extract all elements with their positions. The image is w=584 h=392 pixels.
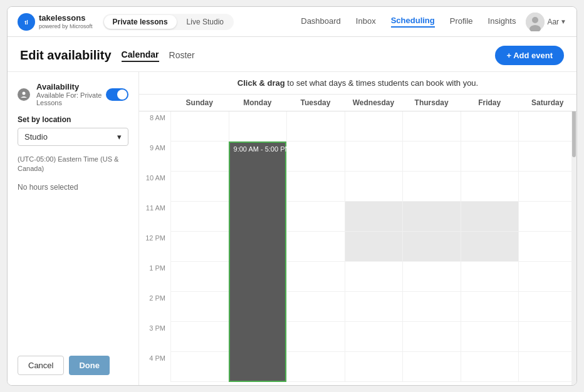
cell-sun-9am[interactable] [170, 142, 229, 172]
cell-wed-11am[interactable] [345, 202, 403, 232]
cell-tue-1pm[interactable] [286, 262, 345, 292]
nav-profile[interactable]: Profile [450, 16, 473, 27]
scrollbar-thumb[interactable] [572, 107, 576, 157]
logo-text-block: takelessons powered by Microsoft [39, 14, 93, 29]
user-name[interactable]: Aar [547, 18, 559, 26]
lesson-tabs: Private lessons Live Studio [103, 14, 234, 30]
chevron-down-icon: ▾ [117, 132, 122, 142]
cell-sun-8am[interactable] [170, 111, 229, 142]
time-header-cell [139, 95, 170, 111]
cell-fri-2pm[interactable] [461, 292, 519, 322]
cell-sun-2pm[interactable] [170, 292, 229, 322]
cell-sat-8am[interactable] [518, 111, 576, 142]
cell-thu-11am[interactable] [402, 202, 461, 232]
cell-thu-8am[interactable] [402, 111, 461, 142]
time-12pm: 12 PM [139, 232, 170, 262]
availability-label-block: Availability Available For: Private Less… [36, 82, 102, 106]
nav-scheduling[interactable]: Scheduling [391, 16, 435, 28]
cell-thu-3pm[interactable] [402, 322, 461, 352]
cell-tue-12pm[interactable] [286, 232, 345, 262]
nav-insights[interactable]: Insights [488, 16, 516, 27]
set-by-location-label: Set by location [18, 115, 128, 124]
cell-sun-10am[interactable] [170, 172, 229, 202]
cell-mon-9am[interactable]: 9:00 AM - 5:00 PM [229, 142, 287, 172]
cell-fri-4pm[interactable] [461, 352, 519, 382]
cell-tue-4pm[interactable] [286, 352, 345, 382]
svg-point-5 [23, 91, 26, 95]
scrollbar-track[interactable] [571, 95, 576, 385]
cell-thu-10am[interactable] [402, 172, 461, 202]
cell-mon-4pm[interactable] [229, 352, 287, 382]
cell-thu-2pm[interactable] [402, 292, 461, 322]
nav-inbox[interactable]: Inbox [356, 16, 376, 27]
cell-mon-11am[interactable] [229, 202, 287, 232]
cell-sun-1pm[interactable] [170, 262, 229, 292]
cell-mon-10am[interactable] [229, 172, 287, 202]
cell-fri-12pm[interactable] [461, 232, 519, 262]
cell-wed-2pm[interactable] [345, 292, 403, 322]
lesson-tab-private[interactable]: Private lessons [104, 15, 177, 29]
cell-wed-9am[interactable] [345, 142, 403, 172]
cell-wed-12pm[interactable] [345, 232, 403, 262]
sub-tab-roster[interactable]: Roster [169, 50, 195, 61]
cell-wed-1pm[interactable] [345, 262, 403, 292]
calendar-grid-wrapper[interactable]: Sunday Monday Tuesday Wednesday Thursday… [139, 95, 576, 385]
cell-wed-4pm[interactable] [345, 352, 403, 382]
cell-wed-3pm[interactable] [345, 322, 403, 352]
cell-sat-10am[interactable] [518, 172, 576, 202]
cell-tue-2pm[interactable] [286, 292, 345, 322]
cell-wed-10am[interactable] [345, 172, 403, 202]
user-dropdown-arrow[interactable]: ▼ [560, 18, 566, 25]
cell-mon-1pm[interactable] [229, 262, 287, 292]
cell-fri-10am[interactable] [461, 172, 519, 202]
cell-fri-3pm[interactable] [461, 322, 519, 352]
cell-sun-12pm[interactable] [170, 232, 229, 262]
cell-sat-3pm[interactable] [518, 322, 576, 352]
cell-tue-11am[interactable] [286, 202, 345, 232]
cell-sun-3pm[interactable] [170, 322, 229, 352]
cell-sun-11am[interactable] [170, 202, 229, 232]
time-4pm: 4 PM [139, 352, 170, 382]
availability-toggle[interactable] [106, 88, 128, 101]
logo-icon: tl [18, 13, 35, 31]
cell-thu-1pm[interactable] [402, 262, 461, 292]
cell-sat-9am[interactable] [518, 142, 576, 172]
nav-dashboard[interactable]: Dashboard [301, 16, 341, 27]
cell-tue-8am[interactable] [286, 111, 345, 142]
cell-tue-3pm[interactable] [286, 322, 345, 352]
cell-fri-11am[interactable] [461, 202, 519, 232]
location-dropdown[interactable]: Studio ▾ [18, 128, 128, 146]
cell-mon-2pm[interactable] [229, 292, 287, 322]
cell-fri-1pm[interactable] [461, 262, 519, 292]
cancel-button[interactable]: Cancel [18, 356, 64, 375]
cell-thu-4pm[interactable] [402, 352, 461, 382]
app-frame: tl takelessons powered by Microsoft Priv… [7, 6, 577, 386]
time-10am: 10 AM [139, 172, 170, 202]
cell-mon-12pm[interactable] [229, 232, 287, 262]
cell-sat-2pm[interactable] [518, 292, 576, 322]
location-section: Set by location Studio ▾ [18, 115, 128, 146]
cell-mon-3pm[interactable] [229, 322, 287, 352]
sub-tab-calendar[interactable]: Calendar [122, 49, 159, 62]
cell-mon-8am[interactable] [229, 111, 287, 142]
cell-sat-1pm[interactable] [518, 262, 576, 292]
done-button[interactable]: Done [69, 356, 110, 375]
cell-sat-12pm[interactable] [518, 232, 576, 262]
cell-tue-9am[interactable] [286, 142, 345, 172]
hint-text: to set what days & times students can bo… [285, 78, 479, 88]
calendar-grid: Sunday Monday Tuesday Wednesday Thursday… [139, 95, 576, 382]
time-2pm: 2 PM [139, 292, 170, 322]
cell-fri-8am[interactable] [461, 111, 519, 142]
cell-sat-11am[interactable] [518, 202, 576, 232]
cell-wed-8am[interactable] [345, 111, 403, 142]
svg-point-3 [532, 17, 538, 23]
cell-tue-10am[interactable] [286, 172, 345, 202]
cell-thu-9am[interactable] [402, 142, 461, 172]
cell-fri-9am[interactable] [461, 142, 519, 172]
add-event-button[interactable]: + Add event [495, 46, 564, 65]
cell-sun-4pm[interactable] [170, 352, 229, 382]
lesson-tab-studio[interactable]: Live Studio [178, 15, 232, 29]
cell-sat-4pm[interactable] [518, 352, 576, 382]
cell-thu-12pm[interactable] [402, 232, 461, 262]
avatar[interactable] [526, 13, 545, 31]
